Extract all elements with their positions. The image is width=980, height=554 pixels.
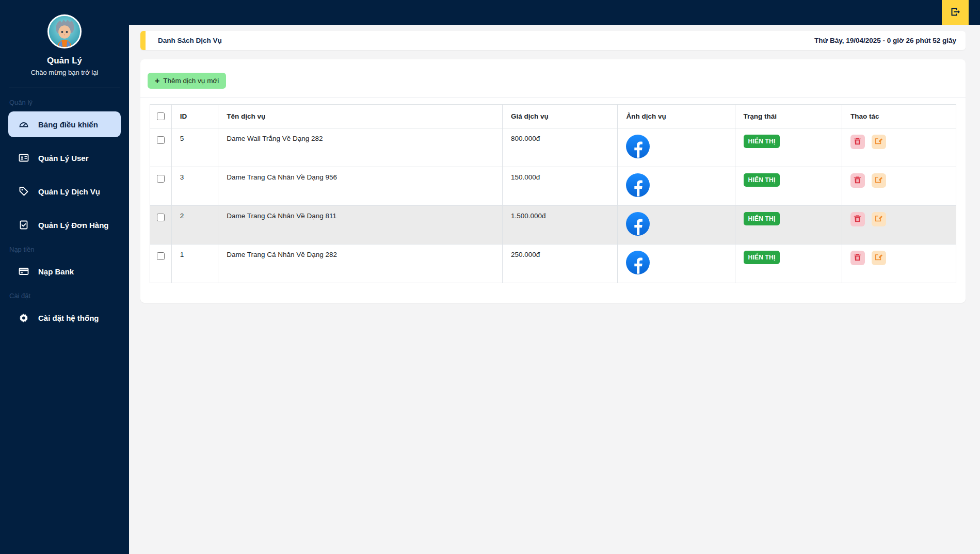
row-checkbox[interactable] bbox=[157, 214, 165, 221]
table-row: 1 Dame Trang Cá Nhân Về Dạng 282 250.000… bbox=[150, 245, 956, 283]
page-datetime: Thứ Bảy, 19/04/2025 - 0 giờ 26 phút 52 g… bbox=[814, 37, 956, 44]
delete-button[interactable] bbox=[850, 173, 865, 188]
trash-icon bbox=[854, 253, 861, 263]
service-id: 5 bbox=[171, 128, 218, 167]
pencil-square-icon bbox=[875, 176, 882, 185]
status-badge: HIỂN THỊ bbox=[744, 251, 780, 264]
add-service-button[interactable]: + Thêm dịch vụ mới bbox=[148, 73, 226, 89]
service-id: 1 bbox=[171, 245, 218, 283]
page-title: Danh Sách Dịch Vụ bbox=[158, 37, 222, 44]
delete-button[interactable] bbox=[850, 212, 865, 226]
table-header-row: ID Tên dịch vụ Giá dịch vụ Ảnh dịch vụ T… bbox=[150, 105, 956, 128]
services-card: + Thêm dịch vụ mới ID Tên dịch vụ Giá dị… bbox=[140, 59, 966, 303]
sidebar-item-system-settings[interactable]: Cài đặt hệ thống bbox=[8, 305, 121, 331]
pencil-square-icon bbox=[875, 215, 882, 224]
profile-welcome: Chào mừng bạn trở lại bbox=[0, 69, 129, 76]
status-badge: HIỂN THỊ bbox=[744, 173, 780, 187]
service-price: 1.500.000đ bbox=[503, 206, 618, 245]
pencil-square-icon bbox=[875, 137, 882, 146]
facebook-logo-icon bbox=[626, 135, 726, 158]
plus-icon: + bbox=[155, 77, 159, 85]
main-content: Danh Sách Dịch Vụ Thứ Bảy, 19/04/2025 - … bbox=[129, 25, 980, 303]
service-name: Dame Trang Cá Nhân Về Dạng 956 bbox=[218, 167, 503, 206]
credit-card-icon bbox=[19, 266, 29, 276]
sidebar: Quản Lý Chào mừng bạn trở lại Quản lý Bả… bbox=[0, 0, 129, 554]
service-id: 2 bbox=[171, 206, 218, 245]
sidebar-item-label: Nạp Bank bbox=[38, 267, 74, 276]
row-checkbox[interactable] bbox=[157, 175, 165, 183]
sidebar-item-services[interactable]: Quản Lý Dịch Vụ bbox=[8, 178, 121, 204]
services-table-wrap: ID Tên dịch vụ Giá dịch vụ Ảnh dịch vụ T… bbox=[140, 98, 966, 283]
edit-button[interactable] bbox=[872, 212, 886, 226]
topbar bbox=[129, 0, 980, 25]
card-toolbar: + Thêm dịch vụ mới bbox=[140, 59, 966, 98]
nav-section-nap-tien: Nạp tiền bbox=[9, 246, 120, 253]
service-name: Dame Trang Cá Nhân Về Dạng 811 bbox=[218, 206, 503, 245]
trash-icon bbox=[854, 176, 861, 185]
id-card-icon bbox=[19, 153, 29, 163]
sidebar-item-dashboard[interactable]: Bảng điều khiển bbox=[8, 111, 121, 137]
service-id: 3 bbox=[171, 167, 218, 206]
row-checkbox[interactable] bbox=[157, 136, 165, 144]
services-table: ID Tên dịch vụ Giá dịch vụ Ảnh dịch vụ T… bbox=[150, 104, 956, 283]
service-name: Dame Wall Trắng Về Dạng 282 bbox=[218, 128, 503, 167]
table-row: 5 Dame Wall Trắng Về Dạng 282 800.000đ H… bbox=[150, 128, 956, 167]
row-checkbox[interactable] bbox=[157, 252, 165, 260]
sidebar-item-label: Quản Lý Đơn Hàng bbox=[38, 221, 109, 230]
facebook-logo-icon bbox=[626, 173, 726, 197]
col-image: Ảnh dịch vụ bbox=[618, 105, 735, 128]
tag-icon bbox=[19, 186, 29, 197]
nav-section-cai-dat: Cài đặt bbox=[9, 292, 120, 300]
service-name: Dame Trang Cá Nhân Về Dạng 282 bbox=[218, 245, 503, 283]
speedometer-icon bbox=[19, 119, 29, 129]
edit-button[interactable] bbox=[872, 173, 886, 188]
col-status: Trạng thái bbox=[735, 105, 842, 128]
profile-name: Quản Lý bbox=[0, 56, 129, 66]
page-header: Danh Sách Dịch Vụ Thứ Bảy, 19/04/2025 - … bbox=[140, 31, 966, 50]
facebook-logo-icon bbox=[626, 251, 726, 274]
delete-button[interactable] bbox=[850, 251, 865, 265]
edit-button[interactable] bbox=[872, 251, 886, 265]
service-price: 250.000đ bbox=[503, 245, 618, 283]
sidebar-item-label: Cài đặt hệ thống bbox=[38, 314, 99, 322]
sidebar-item-bank-topup[interactable]: Nạp Bank bbox=[8, 258, 121, 284]
delete-button[interactable] bbox=[850, 135, 865, 149]
logout-button[interactable] bbox=[942, 0, 969, 25]
facebook-logo-icon bbox=[626, 212, 726, 236]
nav-section-quan-ly: Quản lý bbox=[9, 99, 120, 106]
trash-icon bbox=[854, 215, 861, 224]
select-all-header bbox=[150, 105, 172, 128]
status-badge: HIỂN THỊ bbox=[744, 212, 780, 225]
pencil-square-icon bbox=[875, 253, 882, 263]
col-actions: Thao tác bbox=[842, 105, 956, 128]
sidebar-item-label: Quản Lý User bbox=[38, 154, 89, 162]
logout-icon bbox=[950, 7, 960, 19]
table-row: 2 Dame Trang Cá Nhân Về Dạng 811 1.500.0… bbox=[150, 206, 956, 245]
col-name: Tên dịch vụ bbox=[218, 105, 503, 128]
col-id: ID bbox=[171, 105, 218, 128]
avatar bbox=[47, 14, 82, 48]
sidebar-item-label: Bảng điều khiển bbox=[38, 120, 98, 129]
table-row: 3 Dame Trang Cá Nhân Về Dạng 956 150.000… bbox=[150, 167, 956, 206]
select-all-checkbox[interactable] bbox=[157, 112, 165, 120]
sidebar-item-orders[interactable]: Quản Lý Đơn Hàng bbox=[8, 212, 121, 238]
sidebar-nav: Quản lý Bảng điều khiển Quản Lý User Quả… bbox=[0, 88, 129, 331]
service-price: 150.000đ bbox=[503, 167, 618, 206]
gear-icon bbox=[19, 313, 29, 323]
sidebar-item-users[interactable]: Quản Lý User bbox=[8, 145, 121, 171]
col-price: Giá dịch vụ bbox=[503, 105, 618, 128]
status-badge: HIỂN THỊ bbox=[744, 135, 780, 148]
service-price: 800.000đ bbox=[503, 128, 618, 167]
trash-icon bbox=[854, 137, 861, 146]
sidebar-item-label: Quản Lý Dịch Vụ bbox=[38, 187, 100, 196]
add-service-label: Thêm dịch vụ mới bbox=[163, 77, 219, 85]
clipboard-check-icon bbox=[19, 220, 29, 230]
edit-button[interactable] bbox=[872, 135, 886, 149]
sidebar-profile: Quản Lý Chào mừng bạn trở lại bbox=[0, 0, 129, 76]
